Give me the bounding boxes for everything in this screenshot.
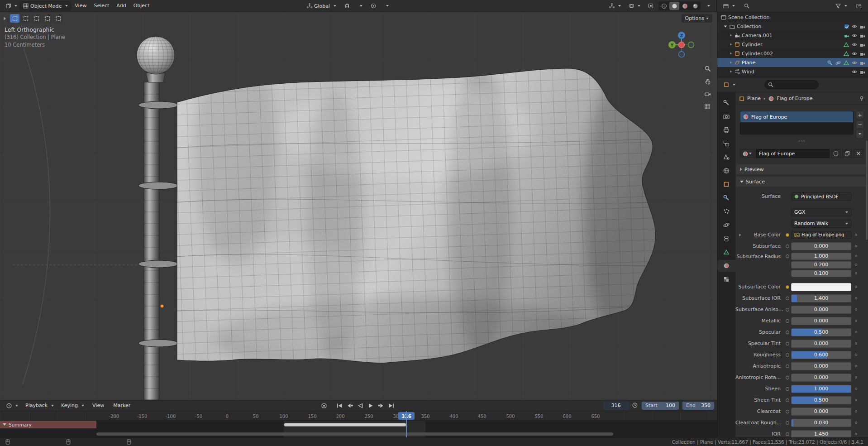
material-name-field[interactable]: Flag of Europe: [756, 149, 830, 158]
play-button[interactable]: [366, 402, 375, 409]
proportional-editing-toggle[interactable]: [368, 1, 379, 10]
pan-hand-icon[interactable]: [705, 78, 711, 85]
outliner-search-button[interactable]: [741, 1, 752, 10]
material-slot-row[interactable]: Flag of Europe: [740, 111, 853, 122]
expand-icon[interactable]: [730, 34, 732, 37]
select-mode-invert-button[interactable]: [43, 14, 52, 23]
outliner-row-plane[interactable]: Plane: [717, 58, 868, 67]
outliner-editor-type-button[interactable]: [720, 1, 738, 10]
menu-add[interactable]: Add: [113, 1, 129, 10]
subsurface-method-dropdown[interactable]: Random Walk: [791, 220, 851, 228]
expand-icon[interactable]: [724, 25, 727, 27]
hide-eye-icon[interactable]: [852, 60, 857, 66]
mode-select-button[interactable]: Object Mode: [20, 1, 71, 10]
tab-constraints[interactable]: [717, 233, 735, 245]
new-collection-button[interactable]: [854, 1, 864, 10]
tab-particles[interactable]: [717, 206, 735, 217]
animate-decorator[interactable]: [855, 342, 857, 345]
specular-tint-slider[interactable]: 0.000: [791, 340, 851, 348]
snap-toggle[interactable]: [342, 1, 353, 10]
hide-eye-icon[interactable]: [852, 33, 857, 38]
keyframe-band[interactable]: [284, 423, 406, 427]
slot-specials-dropdown[interactable]: [856, 130, 864, 138]
subsurface-radius-x-field[interactable]: 1.000: [791, 253, 851, 260]
select-mode-subtract-button[interactable]: [32, 14, 41, 23]
menu-object[interactable]: Object: [130, 1, 153, 10]
unlink-material-button[interactable]: [854, 149, 863, 158]
shading-rendered-button[interactable]: [690, 2, 700, 10]
perspective-toggle-icon[interactable]: [705, 104, 711, 110]
animate-decorator[interactable]: [855, 354, 857, 356]
start-frame-field[interactable]: Start100: [642, 402, 679, 410]
surface-shader-button[interactable]: Principled BSDF: [791, 192, 851, 201]
keying-menu[interactable]: Keying: [58, 401, 87, 410]
render-camera-icon[interactable]: [860, 24, 865, 29]
tab-object-data[interactable]: [717, 246, 735, 258]
current-frame-field[interactable]: 316: [603, 402, 629, 410]
proportional-falloff-dropdown[interactable]: [382, 1, 391, 10]
clearcoat-slider[interactable]: 0.000: [791, 408, 851, 416]
scene-3d[interactable]: [0, 12, 717, 400]
expand-icon[interactable]: [730, 61, 732, 64]
hide-eye-icon[interactable]: [852, 24, 857, 29]
browse-material-dropdown[interactable]: [740, 149, 754, 158]
animate-decorator[interactable]: [855, 365, 857, 367]
tab-tool[interactable]: [717, 97, 735, 109]
playhead-line[interactable]: [406, 411, 407, 438]
subsurface-color-swatch[interactable]: [791, 283, 851, 291]
animate-decorator[interactable]: [855, 255, 857, 257]
tab-material[interactable]: [717, 260, 735, 272]
render-camera-icon[interactable]: [860, 60, 865, 66]
gizmo-x-axis[interactable]: [679, 42, 685, 48]
breadcrumb-material[interactable]: Flag of Europe: [777, 96, 812, 101]
properties-search-input[interactable]: [764, 80, 819, 89]
tab-world[interactable]: [717, 165, 735, 177]
tab-output[interactable]: [717, 124, 735, 136]
outliner-row-collection[interactable]: Collection: [717, 22, 868, 31]
menu-select[interactable]: Select: [90, 1, 113, 10]
select-mode-intersect-button[interactable]: [53, 14, 63, 23]
outliner-row-camera[interactable]: Camera.001: [717, 31, 868, 40]
timeline-ruler[interactable]: -200 -150 -100 -50 0 50 100 150 200 250 …: [0, 411, 717, 421]
clearcoat-roughness-slider[interactable]: 0.030: [791, 419, 851, 427]
tab-view-layer[interactable]: [717, 138, 735, 149]
expand-icon[interactable]: [730, 70, 732, 73]
animate-decorator[interactable]: [855, 272, 857, 274]
collection-checkbox[interactable]: [844, 24, 849, 29]
select-mode-new-button[interactable]: [10, 14, 19, 23]
material-slot-list[interactable]: Flag of Europe: [740, 111, 854, 134]
animate-decorator[interactable]: [855, 264, 857, 266]
specular-slider[interactable]: 0.500: [791, 328, 851, 336]
animate-decorator[interactable]: [855, 297, 857, 299]
sheen-tint-slider[interactable]: 0.500: [791, 396, 851, 404]
animate-decorator[interactable]: [855, 320, 857, 322]
animate-decorator[interactable]: [855, 234, 857, 236]
select-mode-extend-button[interactable]: [21, 14, 30, 23]
animate-decorator[interactable]: [855, 433, 857, 435]
menu-view[interactable]: View: [71, 1, 90, 10]
play-reverse-button[interactable]: [356, 402, 365, 409]
hide-eye-icon[interactable]: [852, 69, 857, 75]
pin-icon[interactable]: [859, 96, 864, 101]
subsurface-radius-z-field[interactable]: 0.100: [791, 270, 851, 277]
tab-render[interactable]: [717, 110, 735, 122]
shading-wireframe-button[interactable]: [659, 2, 669, 10]
properties-editor-type-button[interactable]: [721, 80, 738, 89]
viewport-3d[interactable]: Options Left Orthographic (316) Collecti…: [0, 12, 717, 400]
timeline-view-menu[interactable]: View: [89, 401, 108, 410]
render-camera-icon[interactable]: [860, 51, 865, 57]
hide-eye-icon[interactable]: [852, 42, 857, 48]
expand-icon[interactable]: [730, 43, 732, 46]
outliner-row-cylinder[interactable]: Cylinder: [717, 40, 868, 49]
summary-channel[interactable]: Summary: [0, 421, 96, 428]
playback-menu[interactable]: Playback: [23, 401, 57, 410]
add-slot-button[interactable]: +: [856, 111, 864, 119]
timeline-horizontal-scrollbar[interactable]: [96, 432, 613, 436]
sheen-slider[interactable]: 1.000: [791, 385, 851, 393]
gizmo-z-neg-axis[interactable]: [679, 52, 685, 58]
options-dropdown[interactable]: Options: [682, 14, 712, 23]
subsurface-ior-slider[interactable]: 1.400: [791, 294, 851, 302]
editor-type-button[interactable]: [3, 1, 20, 10]
surface-section-header[interactable]: Surface: [736, 177, 867, 187]
timeline-marker-menu[interactable]: Marker: [110, 401, 134, 410]
